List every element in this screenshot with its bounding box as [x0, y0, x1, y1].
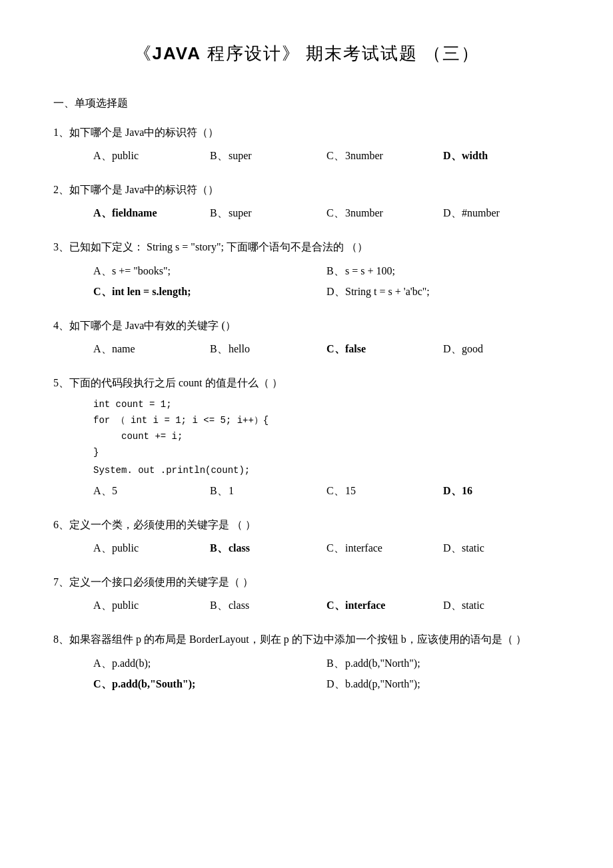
q1-text: 、如下哪个是 Java中的标识符（） [59, 127, 219, 138]
q7-number: 7 [53, 576, 59, 588]
q8-option-d: D、b.add(p,"North"); [326, 674, 560, 694]
q3-option-b: B、s = s + 100; [326, 261, 560, 281]
q5-code: int count = 1; for （ int i = 1; i <= 5; … [53, 397, 560, 460]
q8-options: A、p.add(b); B、p.add(b,"North"); C、p.add(… [53, 653, 560, 694]
q8-text: 、如果容器组件 p 的布局是 BorderLayout，则在 p 的下边中添加一… [59, 634, 526, 645]
q4-option-c: C、false [326, 340, 443, 359]
q3-option-c: C、int len = s.length; [93, 282, 326, 302]
q6-option-d: D、static [443, 539, 560, 558]
q3-option-a: A、s += "books"; [93, 261, 326, 281]
q5-code-line1: int count = 1; [93, 397, 560, 413]
q3-number: 3 [53, 241, 59, 252]
q2-options: A、fieldname B、super C、3number D、#number [53, 204, 560, 223]
q2-option-d: D、#number [443, 204, 560, 223]
question-1-title: 1、如下哪个是 Java中的标识符（） [53, 123, 560, 141]
q8-option-b: B、p.add(b,"North"); [326, 653, 560, 673]
q6-option-a: A、public [93, 539, 210, 558]
q7-option-d: D、static [443, 596, 560, 616]
q1-option-d: D、width [443, 147, 560, 166]
q7-option-a: A、public [93, 596, 210, 616]
q5-option-b: B、1 [210, 482, 326, 501]
q2-option-a: A、fieldname [93, 204, 210, 223]
q1-option-c: C、3number [326, 147, 443, 166]
question-5-title: 5、下面的代码段执行之后 count 的值是什么（ ） [53, 374, 560, 392]
q7-options: A、public B、class C、interface D、static [53, 596, 560, 616]
q6-text: 、定义一个类，必须使用的关键字是 （ ） [59, 519, 256, 530]
q2-option-c: C、3number [326, 204, 443, 223]
q6-options: A、public B、class C、interface D、static [53, 539, 560, 558]
question-3: 3、已知如下定义： String s = "story"; 下面哪个语句不是合法… [53, 238, 560, 302]
q1-option-a: A、public [93, 147, 210, 166]
title-suffix: （三） [418, 44, 480, 63]
q6-option-c: C、interface [326, 539, 443, 558]
question-2: 2、如下哪个是 Java中的标识符（） A、fieldname B、super … [53, 181, 560, 223]
q4-number: 4 [53, 320, 59, 331]
question-7: 7、定义一个接口必须使用的关键字是（ ） A、public B、class C、… [53, 573, 560, 616]
q5-code-line2: for （ int i = 1; i <= 5; i++）{ [93, 413, 560, 429]
q5-code-line3: count += i; [93, 429, 560, 445]
q7-text: 、定义一个接口必须使用的关键字是（ ） [59, 576, 253, 588]
q5-number: 5 [53, 377, 59, 388]
question-4-title: 4、如下哪个是 Java中有效的关键字 (） [53, 316, 560, 334]
q4-option-a: A、name [93, 340, 210, 359]
question-1: 1、如下哪个是 Java中的标识符（） A、public B、super C、3… [53, 123, 560, 166]
q3-text: 、已知如下定义： String s = "story"; 下面哪个语句不是合法的… [59, 241, 368, 252]
q6-option-b: B、class [210, 539, 326, 558]
question-8-title: 8、如果容器组件 p 的布局是 BorderLayout，则在 p 的下边中添加… [53, 630, 560, 648]
question-6: 6、定义一个类，必须使用的关键字是 （ ） A、public B、class C… [53, 516, 560, 558]
q8-option-a: A、p.add(b); [93, 653, 326, 673]
section-header: 一、单项选择题 [53, 95, 560, 112]
q3-option-d: D、String t = s + 'a'bc"; [326, 282, 560, 302]
q1-number: 1 [53, 127, 59, 138]
q8-number: 8 [53, 634, 59, 645]
q5-option-c: C、15 [326, 482, 443, 501]
q2-number: 2 [53, 184, 59, 195]
title-middle: 程序设计》 期末考试试题 [201, 44, 418, 63]
q5-option-d: D、16 [443, 482, 560, 501]
q7-option-b: B、class [210, 596, 326, 616]
question-2-title: 2、如下哪个是 Java中的标识符（） [53, 181, 560, 199]
q7-option-c: C、interface [326, 596, 443, 616]
q5-options: A、5 B、1 C、15 D、16 [53, 482, 560, 501]
question-7-title: 7、定义一个接口必须使用的关键字是（ ） [53, 573, 560, 591]
question-4: 4、如下哪个是 Java中有效的关键字 (） A、name B、hello C、… [53, 316, 560, 359]
q5-text: 、下面的代码段执行之后 count 的值是什么（ ） [59, 377, 283, 388]
q5-option-a: A、5 [93, 482, 210, 501]
question-5: 5、下面的代码段执行之后 count 的值是什么（ ） int count = … [53, 374, 560, 501]
q2-text: 、如下哪个是 Java中的标识符（） [59, 184, 219, 195]
q4-option-d: D、good [443, 340, 560, 359]
q4-text: 、如下哪个是 Java中有效的关键字 (） [59, 320, 236, 331]
q1-option-b: B、super [210, 147, 326, 166]
q4-option-b: B、hello [210, 340, 326, 359]
q5-code-line4: } [93, 445, 560, 461]
q4-options: A、name B、hello C、false D、good [53, 340, 560, 359]
q3-options: A、s += "books"; B、s = s + 100; C、int len… [53, 261, 560, 302]
question-3-title: 3、已知如下定义： String s = "story"; 下面哪个语句不是合法… [53, 238, 560, 256]
q1-options: A、public B、super C、3number D、width [53, 147, 560, 166]
question-6-title: 6、定义一个类，必须使用的关键字是 （ ） [53, 516, 560, 534]
q2-option-b: B、super [210, 204, 326, 223]
question-8: 8、如果容器组件 p 的布局是 BorderLayout，则在 p 的下边中添加… [53, 630, 560, 694]
title-prefix: 《 [134, 44, 153, 63]
title-java: JAVA [153, 43, 202, 63]
q5-system-out: System. out .println(count); [53, 463, 560, 479]
q6-number: 6 [53, 519, 59, 530]
page-title: 《JAVA 程序设计》 期末考试试题 （三） [53, 40, 560, 68]
q8-option-c: C、p.add(b,"South"); [93, 674, 326, 694]
